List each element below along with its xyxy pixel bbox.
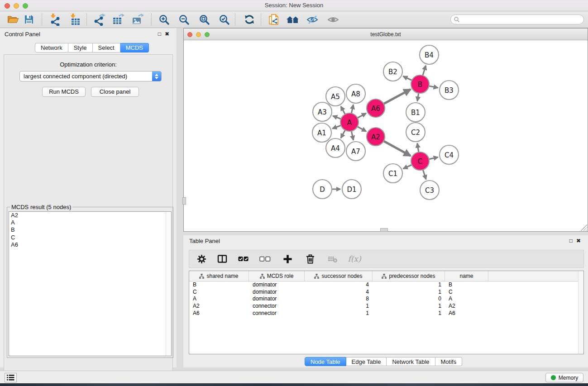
close-table-panel-icon[interactable]: ✖	[576, 238, 584, 244]
run-mcds-button[interactable]: Run MCDS	[42, 87, 86, 97]
search-input[interactable]	[462, 16, 583, 23]
table-cell[interactable]: 1	[373, 310, 445, 317]
float-table-panel-icon[interactable]: □	[569, 238, 576, 244]
graph-node-B2[interactable]: B2	[383, 62, 402, 81]
zoom-selected-button[interactable]	[216, 13, 232, 26]
network-window-titlebar[interactable]: testGlobe.txt	[184, 29, 588, 40]
show-panels-list-button[interactable]	[5, 373, 17, 382]
result-list-scrollbar[interactable]	[166, 212, 171, 356]
table-cell[interactable]: 4	[305, 289, 373, 296]
hide-selected-button[interactable]	[304, 13, 320, 26]
graph-node-C1[interactable]: C1	[383, 164, 402, 183]
show-column-button[interactable]	[214, 252, 231, 266]
table-cell[interactable]: 1	[305, 303, 373, 310]
table-cell[interactable]: dominator	[249, 295, 305, 303]
zoom-in-button[interactable]	[156, 13, 172, 26]
graph-node-C2[interactable]: C2	[406, 123, 425, 142]
column-header-predecessor-nodes[interactable]: predecessor nodes	[373, 271, 445, 281]
tab-network-table[interactable]: Network Table	[387, 357, 435, 366]
table-cell[interactable]: dominator	[249, 289, 305, 296]
tab-network[interactable]: Network	[35, 43, 68, 52]
table-cell[interactable]: 1	[305, 310, 373, 317]
mcds-result-item[interactable]: B	[9, 226, 171, 234]
graph-node-C3[interactable]: C3	[420, 181, 439, 200]
graph-node-A5[interactable]: A5	[326, 87, 345, 106]
export-image-button[interactable]	[129, 13, 146, 26]
graph-node-C[interactable]: C	[411, 152, 429, 170]
show-all-button[interactable]	[325, 13, 341, 26]
table-cell[interactable]: connector	[249, 310, 305, 317]
column-header-shared-name[interactable]: shared name	[189, 271, 249, 281]
table-scrollbar[interactable]	[578, 271, 583, 354]
window-resize-grip[interactable]	[581, 224, 587, 231]
tab-style[interactable]: Style	[68, 43, 93, 52]
close-panel-button[interactable]: Close panel	[91, 87, 139, 97]
mcds-result-item[interactable]: C	[9, 234, 171, 241]
graph-node-B1[interactable]: B1	[406, 103, 425, 122]
import-table-button[interactable]	[67, 13, 83, 26]
table-cell[interactable]: 1	[373, 303, 445, 310]
graph-node-B[interactable]: B	[411, 75, 429, 93]
column-header-name[interactable]: name	[445, 271, 488, 281]
graph-node-B3[interactable]: B3	[440, 81, 459, 100]
mcds-result-item[interactable]: A6	[9, 241, 171, 248]
graph-node-A2[interactable]: A2	[367, 128, 385, 146]
mcds-result-item[interactable]: A2	[9, 212, 171, 219]
new-network-from-selection-button[interactable]	[266, 13, 282, 26]
column-header-mcds-role[interactable]: MCDS role	[249, 271, 305, 281]
table-cell[interactable]: B	[189, 281, 249, 289]
tab-edge-table[interactable]: Edge Table	[346, 357, 387, 366]
cyndex-browser-button[interactable]	[285, 13, 301, 26]
export-table-button[interactable]	[110, 13, 126, 26]
graph-node-B4[interactable]: B4	[420, 45, 439, 64]
table-cell[interactable]: 0	[373, 295, 445, 303]
tab-motifs[interactable]: Motifs	[435, 357, 463, 366]
graph-node-D[interactable]: D	[313, 180, 332, 199]
open-session-button[interactable]	[5, 13, 21, 26]
table-cell[interactable]: A6	[445, 310, 488, 317]
table-cell[interactable]: dominator	[249, 281, 305, 289]
table-cell[interactable]: A6	[189, 310, 249, 317]
table-cell[interactable]: 1	[373, 289, 445, 296]
graph-node-A6[interactable]: A6	[367, 99, 385, 117]
deselect-all-columns-button[interactable]	[256, 252, 273, 266]
save-session-button[interactable]	[21, 13, 37, 26]
column-header-successor-nodes[interactable]: successor nodes	[305, 271, 373, 281]
network-graph[interactable]: AA1A2A3A4A5A6A7A8BB1B2B3B4CC1C2C3C4DD1	[184, 40, 588, 231]
tab-mcds[interactable]: MCDS	[120, 43, 149, 52]
table-cell[interactable]: 1	[373, 281, 445, 289]
vertical-splitter-handle[interactable]	[182, 197, 186, 205]
table-cell[interactable]: B	[445, 281, 488, 289]
graph-node-A1[interactable]: A1	[312, 123, 331, 142]
table-cell[interactable]: A2	[445, 303, 488, 310]
create-column-button[interactable]	[279, 252, 296, 266]
select-all-columns-button[interactable]	[234, 252, 252, 266]
graph-node-C4[interactable]: C4	[440, 145, 459, 164]
table-cell[interactable]: C	[445, 289, 488, 296]
graph-node-A8[interactable]: A8	[346, 84, 365, 103]
table-cell[interactable]: A2	[189, 303, 249, 310]
table-cell[interactable]: A	[445, 295, 488, 303]
graph-node-D1[interactable]: D1	[342, 180, 361, 199]
search-field[interactable]	[450, 14, 584, 24]
horizontal-splitter-handle[interactable]	[380, 228, 388, 232]
close-panel-icon[interactable]: ✖	[165, 31, 173, 37]
memory-button[interactable]: Memory	[545, 373, 583, 382]
zoom-out-button[interactable]	[176, 13, 192, 26]
zoom-fit-button[interactable]	[196, 13, 212, 26]
table-cell[interactable]: C	[189, 289, 249, 296]
delete-column-button[interactable]	[301, 252, 319, 266]
tab-select[interactable]: Select	[93, 43, 120, 52]
float-panel-icon[interactable]: □	[158, 31, 165, 37]
tab-node-table[interactable]: Node Table	[305, 357, 346, 366]
table-cell[interactable]: 4	[305, 281, 373, 289]
table-settings-button[interactable]	[193, 252, 210, 266]
export-network-button[interactable]	[91, 13, 107, 26]
table-cell[interactable]: 8	[305, 295, 373, 303]
refresh-view-button[interactable]	[241, 13, 258, 26]
table-cell[interactable]: A	[189, 295, 249, 303]
graph-node-A[interactable]: A	[340, 113, 359, 131]
table-cell[interactable]: connector	[249, 303, 305, 310]
graph-node-A7[interactable]: A7	[346, 142, 365, 161]
graph-node-A4[interactable]: A4	[326, 138, 345, 157]
